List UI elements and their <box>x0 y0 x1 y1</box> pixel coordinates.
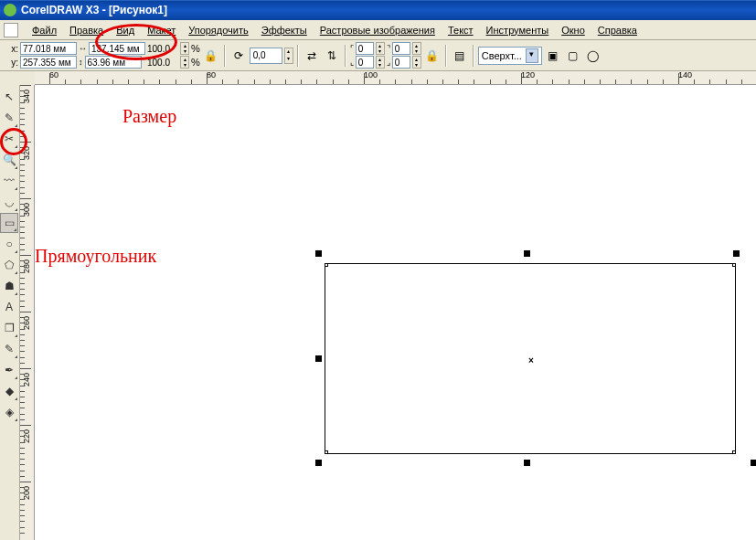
mirror-v-icon[interactable]: ⇅ <box>323 47 341 65</box>
toolbox: ↖✎✂🔍〰◡▭○⬠☗A❐✎✒◆◈ <box>0 85 20 540</box>
ruler-horizontal: 6080100120140 <box>35 71 756 85</box>
tool-fill[interactable]: ◆ <box>0 381 18 401</box>
x-position-input[interactable] <box>20 42 77 55</box>
menu-help[interactable]: Справка <box>591 23 644 37</box>
lock-corners-icon[interactable]: 🔒 <box>423 47 442 65</box>
menu-layout[interactable]: Макет <box>141 23 182 37</box>
tool-ellipse[interactable]: ○ <box>0 234 18 254</box>
node-tl[interactable] <box>325 263 328 267</box>
y-position-input[interactable] <box>20 56 77 69</box>
height-input[interactable] <box>85 56 142 69</box>
ruler-h-label: 140 <box>678 71 692 79</box>
tool-zoom[interactable]: 🔍 <box>0 150 18 170</box>
handle-bm[interactable] <box>524 460 530 466</box>
menubar: Файл Правка Вид Макет Упорядочить Эффект… <box>0 20 756 40</box>
tool-text[interactable]: A <box>0 297 18 317</box>
mirror-h-icon[interactable]: ⇄ <box>303 47 321 65</box>
ruler-h-label: 60 <box>49 71 59 79</box>
menu-arrange[interactable]: Упорядочить <box>182 23 254 37</box>
to-front-icon[interactable]: ▣ <box>544 47 562 65</box>
tool-eyedropper[interactable]: ✎ <box>0 339 18 359</box>
annotation-rect-label: Прямоугольник <box>35 246 156 267</box>
menu-text[interactable]: Текст <box>442 23 480 37</box>
to-back-icon[interactable]: ▢ <box>564 47 582 65</box>
node-br[interactable] <box>732 450 736 454</box>
scale-x-spinner[interactable]: ▴▾ <box>180 42 189 55</box>
convert-icon[interactable]: ◯ <box>584 47 602 65</box>
node-tr[interactable] <box>732 263 736 267</box>
ruler-h-label: 120 <box>521 71 535 79</box>
canvas[interactable]: × Размер Прямоугольник <box>35 85 756 540</box>
menu-view[interactable]: Вид <box>110 23 141 37</box>
corner-br-input[interactable] <box>392 56 410 69</box>
pct-label-2: % <box>191 57 200 68</box>
tool-crop[interactable]: ✂ <box>0 129 18 149</box>
menu-file[interactable]: Файл <box>26 23 63 37</box>
scale-y-spinner[interactable]: ▴▾ <box>180 56 189 69</box>
handle-ml[interactable] <box>315 355 322 362</box>
center-marker[interactable]: × <box>528 355 534 365</box>
menu-bitmaps[interactable]: Растровые изображения <box>314 23 442 37</box>
tool-shape[interactable]: ✎ <box>0 108 18 128</box>
corner-tr-spinner[interactable]: ▴▾ <box>412 42 421 55</box>
width-icon: ↔ <box>79 44 87 53</box>
chevron-down-icon[interactable]: ▾ <box>526 48 538 63</box>
tool-interactive-fill[interactable]: ◈ <box>0 402 18 422</box>
corner-bl-spinner[interactable]: ▴▾ <box>376 56 385 69</box>
y-label: y: <box>5 58 18 68</box>
corner-br-spinner[interactable]: ▴▾ <box>412 56 421 69</box>
hint-dropdown[interactable]: Сверхт... ▾ <box>478 47 542 65</box>
hint-label: Сверхт... <box>482 50 522 61</box>
tool-pick[interactable]: ↖ <box>0 87 18 107</box>
handle-tm[interactable] <box>524 250 530 257</box>
scale-x-value: 100.0 <box>147 44 178 54</box>
corner-bl-input[interactable] <box>356 56 374 69</box>
ruler-h-label: 80 <box>207 71 216 79</box>
lock-ratio-icon[interactable]: 🔒 <box>202 47 220 65</box>
titlebar: CorelDRAW X3 - [Рисунок1] <box>0 0 756 20</box>
pct-label: % <box>191 43 200 54</box>
corner-tr-input[interactable] <box>392 42 410 55</box>
handle-bl[interactable] <box>315 460 322 466</box>
corner-br-icon: ⌟ <box>387 58 390 67</box>
wrap-text-icon[interactable]: ▤ <box>451 47 469 65</box>
tool-basic-shapes[interactable]: ☗ <box>0 276 18 296</box>
menu-edit[interactable]: Правка <box>63 23 110 37</box>
handle-tr[interactable] <box>733 250 740 257</box>
rotation-spinner[interactable]: ▴▾ <box>284 48 293 64</box>
tool-interactive[interactable]: ❐ <box>0 318 18 338</box>
window-title: CorelDRAW X3 - [Рисунок1] <box>21 4 167 16</box>
node-bl[interactable] <box>325 450 328 454</box>
tool-freehand[interactable]: 〰 <box>0 171 18 191</box>
annotation-size-label: Размер <box>122 106 176 127</box>
corner-tl-spinner[interactable]: ▴▾ <box>376 42 385 55</box>
tool-polygon[interactable]: ⬠ <box>0 255 18 275</box>
property-bar: x: y: ↔ ↕ 100.0 ▴▾ % 100.0 ▴▾ % 🔒 ⟳ <box>0 40 756 71</box>
width-input[interactable] <box>89 42 145 55</box>
corner-tl-icon: ⌜ <box>350 44 354 53</box>
menu-window[interactable]: Окно <box>555 23 591 37</box>
handle-br[interactable] <box>751 460 756 466</box>
corner-tl-input[interactable] <box>356 42 374 55</box>
app-icon <box>4 4 16 16</box>
rotation-input[interactable] <box>250 48 282 64</box>
height-icon: ↕ <box>79 58 83 67</box>
corner-bl-icon: ⌞ <box>350 58 354 67</box>
rotate-icon: ⟳ <box>229 47 248 65</box>
ruler-vertical: 340320300280260240220200 <box>20 85 35 540</box>
handle-tl[interactable] <box>315 250 322 257</box>
x-label: x: <box>5 44 18 54</box>
tool-smart[interactable]: ◡ <box>0 192 18 212</box>
menu-tools[interactable]: Инструменты <box>480 23 556 37</box>
tool-outline[interactable]: ✒ <box>0 360 18 380</box>
ruler-h-label: 100 <box>364 71 378 79</box>
scale-y-value: 100.0 <box>147 58 178 68</box>
document-icon[interactable] <box>4 23 18 37</box>
corner-tr-icon: ⌝ <box>387 44 390 53</box>
tool-rectangle[interactable]: ▭ <box>0 213 18 233</box>
menu-effects[interactable]: Эффекты <box>255 23 314 37</box>
